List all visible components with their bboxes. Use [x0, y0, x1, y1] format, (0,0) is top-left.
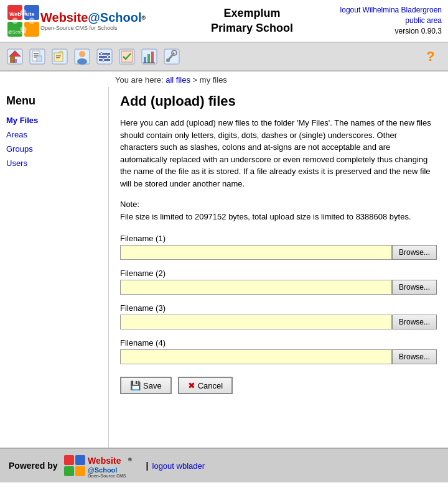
sidebar-menu-heading: Menu: [6, 94, 102, 108]
svg-rect-50: [75, 466, 85, 476]
site-logo-icon: Web site @School: [6, 4, 40, 38]
sidebar-nav: My Files Areas Groups Users: [6, 115, 102, 168]
logout-area: logout Wilhelmina Bladergroen public are…: [317, 5, 442, 36]
toolbar-files-icon[interactable]: [50, 47, 70, 67]
note-text: File size is limited to 2097152 bytes, t…: [120, 212, 411, 221]
sidebar-item-groups[interactable]: Groups: [6, 144, 102, 154]
toolbar-home-icon[interactable]: [5, 47, 25, 67]
school-name: Exemplum Primary School: [187, 6, 317, 35]
svg-rect-18: [34, 55, 39, 56]
svg-rect-24: [56, 55, 61, 57]
svg-rect-48: [75, 455, 85, 465]
filename-3-input[interactable]: [120, 315, 392, 329]
sidebar-item-myfiles[interactable]: My Files: [6, 115, 102, 126]
svg-point-27: [79, 51, 85, 57]
svg-point-34: [106, 56, 109, 58]
browse-1-button[interactable]: Browse...: [392, 245, 437, 260]
breadcrumb: You are here: all files > my files: [0, 71, 448, 87]
breadcrumb-prefix: You are here:: [115, 75, 164, 85]
svg-point-28: [77, 58, 87, 65]
footer-logo: Website @School ® Open-Source CMS: [63, 454, 144, 477]
file-row-4: Filename (4) Browse...: [120, 338, 437, 364]
toolbar-tasks-icon[interactable]: [117, 47, 137, 67]
toolbar-pages-icon[interactable]: [27, 47, 47, 67]
logout-link[interactable]: logout Wilhelmina Bladergroen: [340, 6, 442, 14]
cancel-button[interactable]: ✖ Cancel: [178, 377, 233, 394]
toolbar-help-icon[interactable]: ?: [421, 47, 441, 67]
filename-2-label: Filename (2): [120, 269, 437, 278]
filename-4-label: Filename (4): [120, 338, 437, 348]
area-label: public area: [405, 16, 442, 25]
svg-point-6: [29, 18, 35, 24]
version-label: version 0.90.3: [395, 27, 442, 35]
save-icon: 💾: [130, 380, 141, 390]
cancel-icon: ✖: [188, 380, 195, 390]
svg-rect-25: [56, 57, 60, 58]
logo-area: Web site @School Website @School ® Open-…: [6, 4, 187, 38]
toolbar-settings-icon[interactable]: [95, 47, 114, 67]
svg-text:®: ®: [128, 457, 132, 463]
svg-rect-17: [34, 53, 39, 54]
svg-text:Web: Web: [9, 11, 21, 17]
footer-logout-link[interactable]: logout wblader: [152, 461, 205, 471]
breadcrumb-current: my files: [200, 75, 227, 85]
svg-point-35: [102, 59, 105, 62]
svg-text:Website: Website: [88, 456, 121, 466]
filename-1-input[interactable]: [120, 245, 392, 260]
filename-3-label: Filename (3): [120, 303, 437, 313]
browse-2-button[interactable]: Browse...: [392, 280, 437, 295]
content-area: Add (upload) files Here you can add (upl…: [109, 87, 448, 448]
svg-rect-49: [64, 466, 74, 476]
svg-point-46: [166, 58, 170, 62]
logo-text: Website @School ® Open-Source CMS for Sc…: [40, 11, 146, 31]
note-area: Note: File size is limited to 2097152 by…: [120, 198, 437, 223]
toolbar: ?: [0, 43, 448, 71]
save-button[interactable]: 💾 Save: [120, 377, 172, 394]
filename-1-label: Filename (1): [120, 234, 437, 243]
filename-2-input[interactable]: [120, 280, 392, 295]
svg-rect-3: [24, 22, 39, 37]
powered-by-text: Powered by: [9, 461, 58, 471]
filename-4-input[interactable]: [120, 349, 392, 364]
browse-3-button[interactable]: Browse...: [392, 315, 437, 329]
toolbar-tools-icon[interactable]: [162, 47, 182, 67]
svg-rect-41: [151, 52, 154, 63]
svg-text:site: site: [25, 11, 35, 17]
save-label: Save: [143, 381, 162, 390]
sidebar-item-users[interactable]: Users: [6, 158, 102, 168]
svg-point-5: [12, 18, 18, 24]
note-label: Note:: [120, 200, 139, 209]
svg-rect-47: [64, 455, 74, 465]
action-buttons: 💾 Save ✖ Cancel: [120, 377, 437, 394]
svg-text:Open-Source CMS: Open-Source CMS: [88, 474, 126, 477]
footer-separator: |: [146, 461, 149, 471]
svg-rect-40: [147, 54, 150, 63]
footer-logo-icon: Website @School ® Open-Source CMS: [63, 454, 144, 477]
svg-rect-2: [7, 22, 22, 37]
page-title: Add (upload) files: [120, 93, 437, 109]
svg-rect-39: [144, 57, 146, 63]
breadcrumb-separator: >: [193, 75, 200, 85]
svg-rect-20: [37, 56, 42, 62]
toolbar-users-icon[interactable]: [72, 47, 92, 67]
browse-4-button[interactable]: Browse...: [392, 349, 437, 364]
svg-rect-14: [13, 59, 17, 63]
svg-text:@School: @School: [88, 466, 117, 474]
svg-text:@School: @School: [8, 30, 26, 34]
cancel-label: Cancel: [198, 381, 223, 390]
file-row-3: Filename (3) Browse...: [120, 303, 437, 329]
main-layout: Menu My Files Areas Groups Users Add (up…: [0, 87, 448, 448]
sidebar-item-areas[interactable]: Areas: [6, 129, 102, 140]
svg-point-33: [100, 53, 103, 55]
file-row-2: Filename (2) Browse...: [120, 269, 437, 295]
footer: Powered by Website @School ® Open-Source…: [0, 448, 448, 482]
toolbar-stats-icon[interactable]: [139, 47, 159, 67]
page-header: Web site @School Website @School ® Open-…: [0, 0, 448, 43]
sidebar: Menu My Files Areas Groups Users: [0, 87, 109, 448]
description-text: Here you can add (upload) new files to t…: [120, 117, 437, 190]
file-row-1: Filename (1) Browse...: [120, 234, 437, 260]
breadcrumb-all-files-link[interactable]: all files: [166, 75, 190, 85]
